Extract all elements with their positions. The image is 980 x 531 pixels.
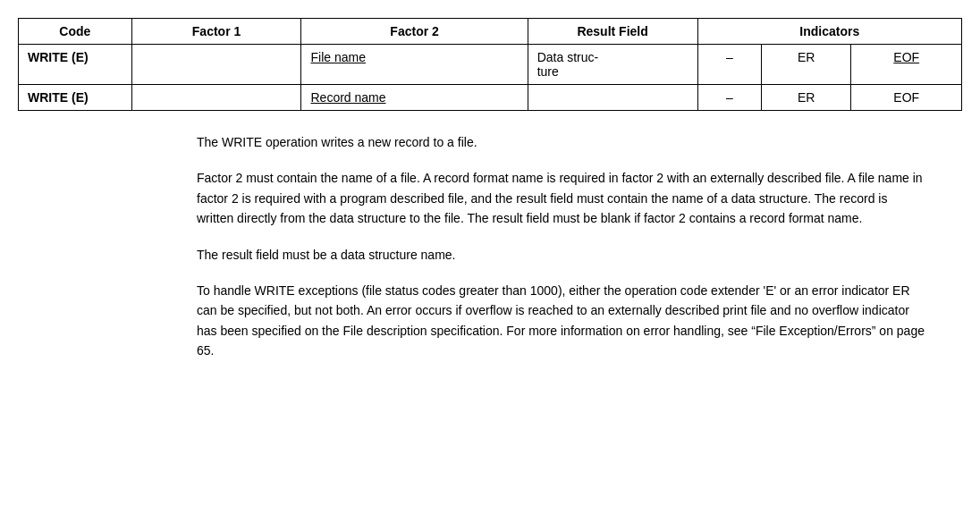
row2-factor1	[131, 85, 301, 111]
row1-ind-dash: –	[697, 45, 761, 85]
row2-factor2: Record name	[301, 85, 528, 111]
table-row: WRITE (E) Record name – ER EOF	[19, 85, 962, 111]
row1-ind-eof: EOF	[851, 45, 962, 85]
row2-ind-dash: –	[697, 85, 761, 111]
row1-code: WRITE (E)	[19, 45, 132, 85]
col-header-factor2: Factor 2	[301, 19, 528, 45]
paragraph-4: To handle WRITE exceptions (file status …	[197, 281, 926, 361]
row2-factor2-text: Record name	[310, 90, 385, 105]
row2-ind-eof: EOF	[851, 85, 962, 111]
content-area: The WRITE operation writes a new record …	[18, 132, 962, 361]
row1-eof-text: EOF	[893, 50, 919, 64]
row2-result	[528, 85, 697, 111]
row2-code: WRITE (E)	[19, 85, 132, 111]
col-header-indicators: Indicators	[697, 19, 961, 45]
row1-factor1	[131, 45, 301, 85]
row1-factor2-text: File name	[310, 50, 365, 64]
paragraph-2: Factor 2 must contain the name of a file…	[197, 168, 926, 228]
col-header-result: Result Field	[528, 19, 697, 45]
row2-ind-er: ER	[762, 85, 851, 111]
paragraph-3: The result field must be a data structur…	[197, 245, 926, 265]
row1-ind-er: ER	[762, 45, 851, 85]
write-operation-table: Code Factor 1 Factor 2 Result Field Indi…	[18, 18, 962, 111]
col-header-code: Code	[19, 19, 132, 45]
table-row: WRITE (E) File name Data struc-ture – ER…	[19, 45, 962, 85]
row1-factor2: File name	[301, 45, 528, 85]
row1-result: Data struc-ture	[528, 45, 697, 85]
main-table-container: Code Factor 1 Factor 2 Result Field Indi…	[18, 18, 962, 111]
paragraph-1: The WRITE operation writes a new record …	[197, 132, 926, 152]
col-header-factor1: Factor 1	[131, 19, 301, 45]
